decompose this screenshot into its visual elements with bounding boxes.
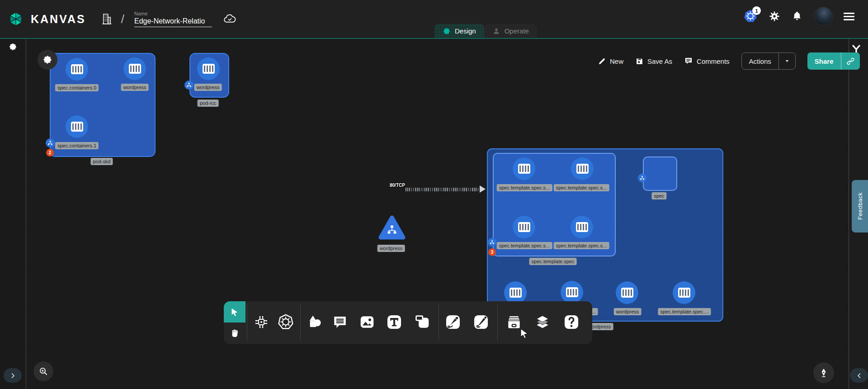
design-name-input[interactable] <box>134 17 212 27</box>
meshery-spiral-icon[interactable] <box>9 43 17 51</box>
node-deployment-container[interactable] <box>561 281 583 304</box>
save-as-button[interactable]: Save As <box>635 57 672 66</box>
node-spec-containers-0[interactable] <box>66 58 88 81</box>
spec-relationship-badge[interactable] <box>638 174 646 182</box>
canvas-flower-button[interactable] <box>38 50 57 70</box>
design-name-label: Name <box>134 11 212 16</box>
pod-skd-relationship-badge[interactable] <box>46 138 55 147</box>
gear-icon <box>769 10 780 22</box>
node-label: spec.template.spec.s... <box>554 184 609 191</box>
service-label: wordpress <box>377 245 405 252</box>
group-label-spec: spec <box>651 192 666 199</box>
freehand-draw-tool[interactable] <box>472 313 490 331</box>
container-icon <box>678 288 690 298</box>
container-icon <box>518 222 530 232</box>
organization-icon[interactable] <box>99 12 113 26</box>
node-label: spec.containers.0 <box>55 84 99 91</box>
comments-button[interactable]: Comments <box>684 57 730 66</box>
node-deployment-container[interactable] <box>673 281 695 304</box>
kubernetes-context-button[interactable]: 1 <box>743 9 758 24</box>
node-spec-containers-1[interactable] <box>66 115 88 138</box>
template-spec-error-badge[interactable]: 3 <box>488 248 496 256</box>
collapse-right-panel-button[interactable] <box>850 368 868 383</box>
shapes-tool[interactable] <box>306 313 324 331</box>
help-tool[interactable] <box>562 313 580 331</box>
pen-nib-icon <box>818 367 829 378</box>
image-tool[interactable] <box>358 313 376 331</box>
header-left: KANVAS / Name <box>7 0 236 38</box>
topology-icon <box>186 82 192 88</box>
share-split-button[interactable]: Share <box>807 52 860 70</box>
node-deployment-container[interactable] <box>616 281 638 304</box>
chevron-right-icon <box>9 372 16 379</box>
pan-tool[interactable] <box>224 323 245 344</box>
pod-rcc-relationship-badge[interactable] <box>184 81 193 90</box>
header-icons: 1 <box>743 0 854 33</box>
node-wordpress-container[interactable] <box>123 57 146 80</box>
template-spec-relationship-badge[interactable] <box>488 238 496 247</box>
caret-down-icon <box>783 57 791 65</box>
node-wordpress-container[interactable] <box>197 57 220 80</box>
frame-tool[interactable] <box>413 313 431 331</box>
node-service-wordpress[interactable] <box>378 215 406 242</box>
topology-icon <box>47 140 53 146</box>
node-label: spec.containers.1 <box>55 142 99 149</box>
hand-icon <box>229 328 240 339</box>
question-icon <box>563 313 580 331</box>
expand-left-panel-button[interactable] <box>4 368 22 383</box>
share-label[interactable]: Share <box>807 52 841 70</box>
node-template-container[interactable] <box>513 157 535 180</box>
node-template-container[interactable] <box>571 216 593 238</box>
notifications-button[interactable] <box>791 10 803 22</box>
node-deployment-container[interactable] <box>504 281 527 304</box>
zoom-search-button[interactable] <box>33 361 53 381</box>
tab-operate[interactable]: Operate <box>484 24 537 38</box>
bell-icon <box>791 10 803 22</box>
service-edge[interactable] <box>406 188 481 191</box>
select-tool[interactable] <box>224 301 245 323</box>
user-avatar[interactable] <box>814 7 833 26</box>
kanvas-logo-icon[interactable] <box>7 10 24 28</box>
design-name-field: Name <box>134 11 212 27</box>
container-icon <box>621 288 633 298</box>
feedback-tab[interactable]: Feedback <box>852 180 868 232</box>
pencil-icon <box>598 57 606 66</box>
comment-icon <box>684 57 693 66</box>
node-template-container[interactable] <box>513 216 535 238</box>
flower-icon <box>42 55 52 65</box>
tab-design[interactable]: Design <box>434 24 484 38</box>
node-label: wordpress <box>194 84 222 91</box>
drawer-tool[interactable] <box>505 313 523 331</box>
pod-skd-error-badge[interactable]: 2 <box>46 149 54 157</box>
comment-bubble-icon <box>332 314 348 330</box>
components-tool[interactable] <box>252 313 270 331</box>
kanvas-app: KANVAS / Name Design Operate <box>0 0 868 389</box>
container-icon <box>71 122 83 132</box>
save-as-label: Save As <box>647 57 672 65</box>
comment-tool[interactable] <box>331 313 349 331</box>
toolbar-divider <box>247 305 247 341</box>
actions-label[interactable]: Actions <box>742 53 778 69</box>
hamburger-menu-button[interactable] <box>844 13 854 20</box>
edge-pen-tool[interactable] <box>444 313 462 331</box>
pen-path-icon <box>444 313 462 331</box>
left-rail <box>0 39 26 389</box>
mode-tabs: Design Operate <box>434 24 537 38</box>
node-label: spec.template.spec.s... <box>497 184 552 191</box>
actions-split-button[interactable]: Actions <box>741 52 796 70</box>
layers-tool[interactable] <box>533 313 552 331</box>
design-spiral-icon <box>443 27 451 35</box>
copy-link-button[interactable] <box>841 52 860 70</box>
settings-button[interactable] <box>769 10 780 22</box>
container-icon <box>518 164 530 174</box>
canvas-toolbar <box>224 301 592 344</box>
pen-mode-button[interactable] <box>813 362 834 383</box>
container-icon <box>576 164 589 174</box>
node-label: wordpress <box>614 308 642 315</box>
new-button[interactable]: New <box>598 57 623 66</box>
kubernetes-components-tool[interactable] <box>277 313 295 331</box>
node-template-container[interactable] <box>571 157 594 180</box>
actions-dropdown-toggle[interactable] <box>778 53 795 69</box>
text-tool[interactable] <box>385 313 403 331</box>
node-label: spec.template.spec.s... <box>497 242 552 249</box>
